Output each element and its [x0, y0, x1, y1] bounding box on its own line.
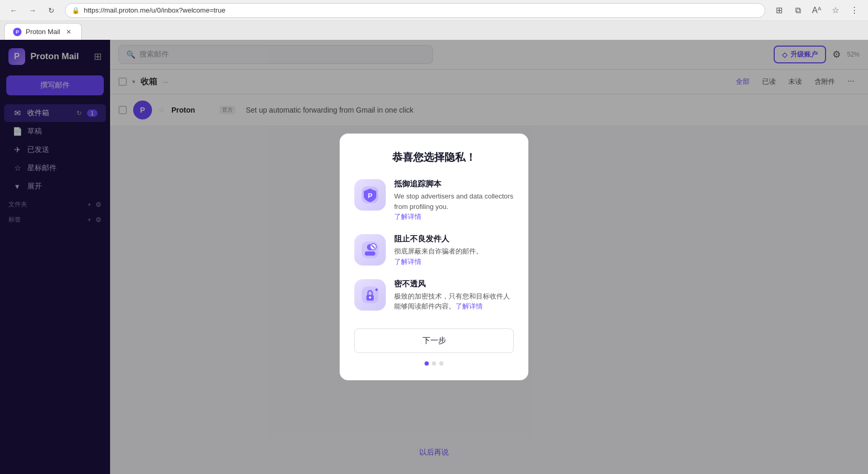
blocking-icon-wrap — [354, 234, 386, 266]
tab-close-button[interactable]: ✕ — [64, 28, 73, 36]
back-button[interactable]: ← — [6, 3, 21, 18]
menu-icon[interactable]: ⋮ — [847, 3, 862, 18]
tab-favicon: P — [13, 28, 21, 36]
tab-bar: P Proton Mail ✕ — [0, 21, 868, 40]
tracking-title: 抵御追踪脚本 — [394, 179, 514, 189]
modal-overlay: 恭喜您选择隐私！ P 抵御追踪脚本 We stop advertisers an… — [0, 40, 868, 474]
cast-icon[interactable]: ⊞ — [772, 3, 786, 18]
svg-point-9 — [369, 296, 371, 299]
dot-1 — [425, 361, 429, 366]
next-button[interactable]: 下一步 — [354, 328, 514, 353]
shield-icon: P — [361, 185, 379, 204]
encryption-link[interactable]: 了解详情 — [455, 302, 483, 310]
lock-icon: ✦ — [361, 285, 379, 304]
encryption-title: 密不透风 — [394, 279, 514, 289]
svg-rect-4 — [365, 251, 375, 256]
dot-2 — [432, 361, 436, 366]
block-sender-icon — [361, 240, 379, 259]
svg-text:✦: ✦ — [374, 287, 379, 293]
svg-text:P: P — [368, 192, 373, 200]
url-text: https://mail.proton.me/u/0/inbox?welcome… — [84, 6, 225, 14]
modal-title: 恭喜您选择隐私！ — [354, 150, 514, 164]
encryption-desc: 极致的加密技术，只有您和目标收件人能够阅读邮件内容。了解详情 — [394, 291, 514, 312]
bookmark-icon[interactable]: ☆ — [828, 3, 843, 18]
address-bar[interactable]: 🔒 https://mail.proton.me/u/0/inbox?welco… — [65, 3, 765, 18]
refresh-button[interactable]: ↻ — [44, 3, 59, 18]
blocking-link[interactable]: 了解详情 — [394, 258, 421, 266]
pagination-dots — [354, 361, 514, 366]
encryption-icon-wrap: ✦ — [354, 279, 386, 311]
encryption-feature-text: 密不透风 极致的加密技术，只有您和目标收件人能够阅读邮件内容。了解详情 — [394, 279, 514, 312]
tracking-feature-text: 抵御追踪脚本 We stop advertisers and data coll… — [394, 179, 514, 222]
tracking-desc: We stop advertisers and data collectors … — [394, 191, 514, 212]
active-tab[interactable]: P Proton Mail ✕ — [4, 23, 82, 40]
browser-actions: ⊞ ⧉ Aᴬ ☆ ⋮ — [772, 3, 862, 18]
blocking-desc: 彻底屏蔽来自诈骗者的邮件。 — [394, 246, 514, 257]
feature-item-encryption: ✦ 密不透风 极致的加密技术，只有您和目标收件人能够阅读邮件内容。了解详情 — [354, 279, 514, 312]
forward-button[interactable]: → — [25, 3, 40, 18]
feature-item-tracking: P 抵御追踪脚本 We stop advertisers and data co… — [354, 179, 514, 222]
browser-nav: ← → ↻ — [6, 3, 59, 18]
tracking-link[interactable]: 了解详情 — [394, 213, 421, 221]
welcome-modal: 恭喜您选择隐私！ P 抵御追踪脚本 We stop advertisers an… — [340, 134, 528, 380]
feature-item-blocking: 阻止不良发件人 彻底屏蔽来自诈骗者的邮件。 了解详情 — [354, 234, 514, 267]
extensions-icon[interactable]: ⧉ — [790, 3, 805, 18]
tracking-icon-wrap: P — [354, 179, 386, 211]
browser-chrome: ← → ↻ 🔒 https://mail.proton.me/u/0/inbox… — [0, 0, 868, 21]
lock-icon: 🔒 — [72, 7, 80, 14]
dot-3 — [439, 361, 443, 366]
blocking-feature-text: 阻止不良发件人 彻底屏蔽来自诈骗者的邮件。 了解详情 — [394, 234, 514, 267]
blocking-title: 阻止不良发件人 — [394, 234, 514, 244]
tab-label: Proton Mail — [26, 28, 60, 36]
zoom-icon[interactable]: Aᴬ — [809, 3, 824, 18]
